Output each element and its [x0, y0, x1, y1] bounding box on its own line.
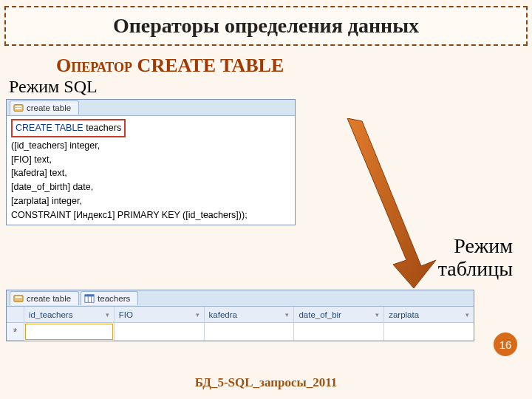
chevron-down-icon[interactable]: ▾ [106, 311, 109, 318]
chevron-down-icon[interactable]: ▾ [285, 311, 289, 318]
slide-title: Операторы определения данных [113, 14, 419, 38]
datasheet-icon [84, 293, 95, 304]
grid-columns: id_teachers ▾ FIO ▾ kafedra ▾ [24, 307, 474, 341]
tab-create-table-label: create table [27, 294, 71, 303]
datasheet-grid: * id_teachers ▾ FIO ▾ kafedra ▾ [7, 307, 474, 341]
svg-rect-2 [16, 108, 22, 109]
sql-line-1-highlight: CREATE TABLE teachers [11, 119, 126, 137]
mode-table-line2: таблицы [438, 258, 513, 281]
subtitle-operator-word: Оператор [56, 55, 132, 76]
column-header[interactable]: id_teachers ▾ [24, 307, 114, 323]
column-header[interactable]: kafedra ▾ [205, 307, 294, 323]
title-frame: Операторы определения данных [4, 6, 528, 46]
sql-code-body[interactable]: CREATE TABLE teachers ([id_teachers] int… [7, 116, 295, 225]
column-header[interactable]: zarplata ▾ [384, 307, 474, 323]
subtitle: Оператор CREATE TABLE [56, 55, 284, 77]
new-row-marker[interactable]: * [7, 323, 24, 341]
data-cell[interactable] [115, 323, 204, 341]
tab-teachers-label: teachers [98, 294, 130, 303]
row-header-top[interactable] [7, 307, 24, 323]
column-header-label: zarplata [389, 310, 419, 319]
footer-text: БД_5-SQL_запросы_2011 [0, 375, 532, 390]
sql-line-6: [zarplata] integer, [11, 194, 290, 208]
data-cell[interactable] [294, 323, 383, 341]
svg-rect-1 [16, 106, 22, 107]
datasheet-window: create table teachers * id_teachers ▾ [6, 290, 474, 341]
sql-query-icon [13, 103, 24, 113]
sql-keyword-create-table: CREATE TABLE [16, 123, 83, 133]
active-cell[interactable] [25, 324, 113, 340]
svg-rect-7 [85, 295, 94, 297]
chevron-down-icon[interactable]: ▾ [196, 311, 200, 318]
tab-teachers[interactable]: teachers [81, 291, 138, 305]
column-fio: FIO ▾ [115, 307, 205, 341]
column-kafedra: kafedra ▾ [205, 307, 295, 341]
svg-marker-3 [347, 118, 436, 288]
data-cell[interactable] [384, 323, 474, 341]
column-header-label: id_teachers [29, 310, 72, 319]
column-header[interactable]: FIO ▾ [115, 307, 204, 323]
column-header-label: date_of_bir [299, 310, 341, 319]
page-number: 16 [499, 338, 512, 351]
svg-rect-5 [16, 296, 22, 298]
svg-rect-4 [14, 296, 23, 302]
sql-line-4: [kafedra] text, [11, 166, 290, 180]
sql-line-2: ([id_teachers] integer, [11, 139, 290, 153]
column-header-label: kafedra [209, 310, 237, 319]
sql-query-icon [13, 293, 24, 304]
page-number-badge: 16 [494, 332, 517, 356]
sql-tab-create-table[interactable]: create table [10, 100, 79, 115]
mode-table-label: Режим таблицы [438, 235, 513, 281]
sql-line1-rest: teachers [86, 123, 121, 133]
column-id-teachers: id_teachers ▾ [24, 307, 115, 341]
chevron-down-icon[interactable]: ▾ [466, 311, 469, 318]
sql-line-3: [FIO] text, [11, 153, 290, 167]
row-header-column: * [7, 307, 24, 341]
sql-editor-window: create table CREATE TABLE teachers ([id_… [6, 99, 296, 225]
mode-sql-label: Режим SQL [9, 77, 98, 97]
tab-create-table[interactable]: create table [10, 291, 79, 305]
sql-line-5: [date_of_birth] date, [11, 180, 290, 194]
datasheet-tab-bar: create table teachers [7, 290, 474, 307]
column-header[interactable]: date_of_bir ▾ [294, 307, 383, 323]
column-zarplata: zarplata ▾ [384, 307, 474, 341]
data-cell[interactable] [205, 323, 294, 341]
sql-tab-label: create table [27, 103, 71, 112]
chevron-down-icon[interactable]: ▾ [375, 311, 379, 318]
sql-line-7: CONSTRAINT [Индекс1] PRIMARY KEY ([id_te… [11, 208, 290, 222]
mode-table-line1: Режим [438, 235, 513, 258]
column-header-label: FIO [119, 310, 133, 319]
sql-tab-bar: create table [7, 100, 295, 116]
column-date-of-birth: date_of_bir ▾ [294, 307, 384, 341]
subtitle-cmd: CREATE TABLE [137, 55, 284, 76]
arrow-icon [288, 118, 443, 288]
